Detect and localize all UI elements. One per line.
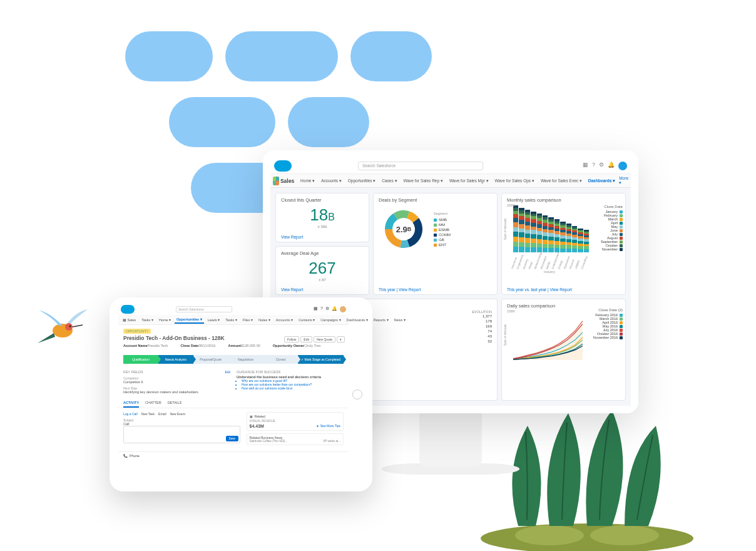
save-button[interactable]: Save [226,436,238,441]
app-launcher-icon[interactable]: ▦ [314,306,318,312]
composer-tab-log-a-call[interactable]: Log a Call [123,412,138,416]
user-avatar[interactable] [618,162,627,170]
nav-item-tasks[interactable]: Tasks ▾ [223,317,239,323]
nav-more[interactable]: More ▾ [619,176,628,185]
key-field: CompetitorCompetitor A [123,376,230,384]
salesforce-logo[interactable] [121,305,135,314]
nav-item-opportunities[interactable]: Opportunities ▾ [175,316,204,324]
utility-bar[interactable]: 📞 Phone [118,451,349,460]
utility-item[interactable]: Phone [130,454,140,458]
app-launcher-button[interactable] [273,177,279,185]
path-stage[interactable]: Needs Analysis [158,355,193,364]
app-launcher-icon[interactable]: ▦ [583,162,588,170]
nav-item-notes[interactable]: Notes ▾ [257,317,272,323]
cta-link[interactable]: ► See More Tips [316,424,340,428]
action-edit[interactable]: Edit [300,336,312,342]
legend-title: Close Date [601,205,623,209]
path-stage[interactable]: Closed [263,355,299,364]
nav-item-reports[interactable]: Reports ▾ [372,317,391,323]
nav-item-opportunities[interactable]: Opportunities ▾ [345,176,378,186]
composer-tab-new-task[interactable]: New Task [141,412,155,416]
bar-column [584,230,589,252]
tab-activity[interactable]: ACTIVITY [123,399,139,408]
decor-blob [169,97,275,147]
global-search-input[interactable]: Search Salesforce [358,162,483,170]
nav-item-accounts[interactable]: Accounts ▾ [274,317,295,323]
view-report-link[interactable]: View Report [399,287,421,292]
nav-item-home[interactable]: Home ▾ [157,317,173,323]
daily-sales-card[interactable]: Daily sales comparison Sum of Amount 100… [501,299,626,401]
mark-stage-complete-button[interactable]: ✓ Mark Stage as Completed [298,355,344,364]
settings-icon[interactable]: ⚙ [599,162,604,170]
view-report-link[interactable]: View Report [281,287,303,292]
news-widget[interactable]: Related Business News Starbucks Coffee (… [247,433,344,445]
salesforce-logo[interactable] [274,160,292,172]
path-stage[interactable]: Proposal/Quote [193,355,228,364]
nav-item-contacts[interactable]: Contacts ▾ [297,317,317,323]
meta-value: $128,000.00 [241,344,260,348]
app-title[interactable]: ▦ Sales [121,317,138,323]
tablet-home-button[interactable] [352,389,362,399]
nav-item-files[interactable]: Files ▾ [241,317,255,323]
donut-center-suffix: B [407,226,412,232]
action-newquote[interactable]: New Quote [314,336,335,342]
app-nav: Sales Home ▾Accounts ▾Opportunities ▾Cas… [270,174,631,188]
global-search-input[interactable]: Search Salesforce [176,306,232,312]
kpi-avg-deal-age[interactable]: Average Deal Age 267 ± 87 View Report [275,246,369,296]
composer-tab-email[interactable]: Email [158,412,166,416]
composer-textarea[interactable]: Save [123,426,240,443]
nav-item-wave-for-sales-ops[interactable]: Wave for Sales Ops ▾ [493,176,537,186]
record-actions: FollowEditNew Quote▾ [284,336,345,342]
composer-tab-new-event[interactable]: New Event [170,412,185,416]
nav-item-news[interactable]: News ▾ [392,317,407,323]
x-axis-label: Industry [507,270,592,274]
nav-item-leads[interactable]: Leads ▾ [206,317,222,323]
nav-item-tasks[interactable]: Tasks ▾ [140,317,155,323]
tab-chatter[interactable]: CHATTER [145,399,161,408]
svg-point-5 [590,525,659,545]
help-icon[interactable]: ? [592,162,595,170]
nav-item-wave-for-sales-mgr[interactable]: Wave for Sales Mgr ▾ [447,176,491,186]
monthly-sales-card[interactable]: Monthly sales comparison Sum of Amount 2… [501,193,626,295]
guidance-item[interactable]: How well do our solutions scale foror [242,386,344,390]
legend-item: GB [434,238,451,242]
y-axis-label: Sum of Amount [503,219,507,240]
hummingbird-illustration [31,307,88,351]
nav-item-wave-for-sales-rep[interactable]: Wave for Sales Rep ▾ [401,176,446,186]
nav-item-cases[interactable]: Cases ▾ [379,176,399,186]
nav-item-home[interactable]: Home ▾ [298,176,317,186]
donut-chart: 2.9B [379,204,429,254]
metric-value: $4.43M [250,424,264,428]
nav-item-accounts[interactable]: Accounts ▾ [319,176,344,186]
path-stage[interactable]: Negotiation [228,355,263,364]
deals-by-segment-card[interactable]: Deals by Segment 2.9B Segment SMBMMESMBC… [373,193,498,295]
tab-details[interactable]: DETAILS [168,399,182,408]
edit-link[interactable]: Edit [225,370,230,374]
meta-value[interactable]: Presidio Tech [148,344,168,348]
settings-icon[interactable]: ⚙ [325,306,329,312]
nav-item-dashboards[interactable]: Dashboards ▾ [586,176,618,186]
nav-item-wave-for-sales-exec[interactable]: Wave for Sales Exec ▾ [538,176,585,186]
card-title: Monthly sales comparison [507,197,620,203]
related-widget[interactable]: ▣ Related ANNUAL REVENUE $4.43M► See Mor… [247,412,344,431]
nav-item-dashboards[interactable]: Dashboards ▾ [345,317,370,323]
bars-legend: Close Date January February March April … [601,205,623,251]
kpi-column: Closed this Quarter 18B ± 396 View Repor… [275,193,369,295]
view-report-link[interactable]: View Report [550,287,572,292]
meta-label: Opportunity Owner [273,344,304,348]
kpi-closed-quarter[interactable]: Closed this Quarter 18B ± 396 View Repor… [275,193,369,242]
notifications-icon[interactable]: 🔔 [332,306,337,312]
action-follow[interactable]: Follow [284,336,299,342]
nav-item-campaigns[interactable]: Campaigns ▾ [319,317,342,323]
view-report-link[interactable]: View Report [281,235,303,239]
action-[interactable]: ▾ [337,336,345,342]
notifications-icon[interactable]: 🔔 [608,162,615,170]
path-stage[interactable]: Qualification [123,355,158,364]
legend-item: ESMB [434,228,451,232]
meta-value[interactable]: Cindy Tran [304,344,321,348]
kpi-value: 18 [310,205,328,224]
user-avatar[interactable] [340,306,346,312]
y-tick: 100M [507,309,515,313]
help-icon[interactable]: ? [320,306,323,312]
kpi-delta: ± 87 [281,278,364,282]
